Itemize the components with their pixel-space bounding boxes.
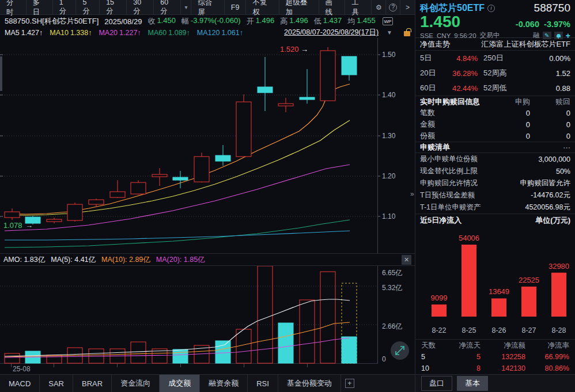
lock-icon[interactable]: [404, 31, 410, 36]
rt-redeem-value: 0: [530, 120, 570, 129]
indicator-tab-基金份额变动[interactable]: 基金份额变动: [278, 375, 341, 392]
flow-bar-8-28: [551, 273, 566, 317]
ma-item-MA5: MA51.427↑: [5, 29, 43, 37]
candlestick-chart[interactable]: 1.501.401.301.201.101.078→1.520→: [0, 38, 415, 253]
tab-period-30分[interactable]: 30分: [127, 0, 154, 14]
price-change: -0.060 -3.97%: [516, 20, 570, 29]
indicator-tab-SAR[interactable]: SAR: [40, 375, 73, 392]
volume-indicator-header: AMO: 1.83亿MA(5): 4.41亿MA(10): 2.89亿MA(20…: [0, 253, 415, 266]
more-ellipsis-icon[interactable]: ⋯: [563, 143, 570, 152]
top-toolbar: 分时多日1分5分15分30分60分 ▾ 综合屏F9不复权超级叠加画线工具 ⚙ ?…: [0, 0, 415, 15]
field-value: 1.496: [256, 16, 275, 26]
svg-text:54006: 54006: [459, 234, 479, 242]
ma-item-MA60: MA601.089↑: [148, 29, 190, 37]
tab-F9[interactable]: F9: [225, 0, 247, 14]
indicator-tab-资金流向[interactable]: 资金流向: [112, 375, 160, 392]
svg-text:32980: 32980: [548, 262, 569, 271]
tab-period-1分[interactable]: 1分: [53, 0, 77, 14]
svg-text:8-28: 8-28: [551, 326, 566, 334]
subscription-row: 最小申赎单位份额3,000,000: [415, 153, 575, 165]
flow-cell: 66.99%: [525, 353, 569, 361]
toolbar-more-icon[interactable]: >: [400, 0, 415, 14]
flow-table-row: 5513225866.99%: [415, 351, 575, 363]
indicator-tab-成交额[interactable]: 成交额: [160, 375, 200, 392]
realtime-row: 笔数00: [415, 107, 575, 119]
tab-period-分时[interactable]: 分时: [0, 0, 27, 14]
info-circle-icon[interactable]: i: [487, 5, 495, 12]
panel-tab-基本[interactable]: 基本: [457, 376, 488, 391]
add-indicator-button[interactable]: +: [341, 375, 358, 392]
nav-row-value: 4.84%: [440, 54, 483, 63]
quote-time: 9:56:20: [454, 32, 476, 39]
panel-tab-bar: 盘口基本: [415, 374, 575, 392]
nav-row-label: 5日: [420, 53, 440, 63]
flow-cell: 10: [421, 364, 453, 372]
date-range-caret-icon[interactable]: ▼: [387, 29, 392, 36]
expand-chart-icon[interactable]: [391, 341, 409, 360]
flow-col-header: 净流率: [525, 341, 569, 351]
flow-cell: 142130: [481, 364, 525, 372]
help-icon[interactable]: ?: [386, 0, 400, 14]
field-label: 低: [314, 16, 321, 26]
chart-x-axis: 25-08: [0, 364, 415, 374]
svg-text:1.078: 1.078: [3, 221, 22, 230]
tab-综合屏[interactable]: 综合屏: [191, 0, 224, 14]
ma-value: 1.427↑: [21, 29, 43, 37]
tab-画线[interactable]: 画线: [319, 0, 346, 14]
panel-collapse-handle[interactable]: »: [410, 190, 414, 198]
realtime-rows: 笔数00金额00份额00: [415, 107, 575, 142]
x-tick: [244, 364, 244, 367]
tab-超级叠加[interactable]: 超级叠加: [279, 0, 319, 14]
volume-chart[interactable]: 6.65亿5.32亿2.66亿0: [0, 266, 415, 364]
kv-label: 现金替代比例上限: [420, 166, 478, 176]
subscription-title: 申赎清单: [420, 142, 450, 153]
rt-subscribe-value: 0: [490, 109, 530, 117]
period-more-caret-icon[interactable]: ▾: [181, 0, 191, 14]
currency-label: CNY: [437, 32, 451, 39]
tab-不复权[interactable]: 不复权: [246, 0, 279, 14]
flow-cell: 132258: [481, 353, 525, 361]
close-indicator-icon[interactable]: ✕: [402, 255, 411, 265]
quote-field-均: 均1.455: [347, 16, 376, 26]
settings-gear-icon[interactable]: ⚙: [372, 0, 386, 14]
wp-badge-icon[interactable]: WP: [383, 17, 393, 25]
field-value: 1.496: [289, 16, 308, 26]
svg-text:6.65亿: 6.65亿: [382, 269, 402, 277]
fund-name: 汇添富上证科创板芯片ETF: [481, 39, 570, 50]
indicator-tab-融资余额[interactable]: 融资余额: [200, 375, 248, 392]
quote-header: 科创芯片50ETF i 588750 1.450 -0.060 -3.97% S…: [415, 0, 575, 38]
tab-period-5分[interactable]: 5分: [76, 0, 100, 14]
nav-row: 20日36.28%52周高1.52: [415, 66, 575, 81]
amo-segment: AMO: 1.83亿: [3, 255, 45, 265]
ma-value: 1.089↑: [168, 29, 190, 37]
indicator-tab-MACD[interactable]: MACD: [0, 375, 40, 392]
quote-field-幅: 幅-3.97%(-0.060): [181, 16, 241, 26]
edit-pencil-icon[interactable]: ✎: [543, 32, 551, 39]
rt-label: 份额: [420, 131, 490, 141]
plus-glyph: +: [345, 379, 354, 388]
tab-工具[interactable]: 工具: [345, 0, 372, 14]
tab-period-60分[interactable]: 60分: [154, 0, 181, 14]
field-value: -3.97%(-0.060): [191, 16, 241, 26]
indicator-tab-BRAR[interactable]: BRAR: [73, 375, 112, 392]
quote-side-panel: » 科创芯片50ETF i 588750 1.450 -0.060 -3.97%…: [415, 0, 575, 392]
field-value: 1.450: [157, 16, 176, 26]
alert-bell-icon[interactable]: [554, 32, 563, 39]
panel-tab-盘口[interactable]: 盘口: [421, 376, 452, 391]
change-percent: -3.97%: [544, 20, 570, 29]
nav-row-value2: 1.52: [519, 69, 570, 78]
change-value: -0.060: [516, 20, 539, 29]
flow-bar-8-26: [491, 298, 506, 317]
svg-text:8-26: 8-26: [491, 326, 506, 334]
amo-segment: MA(20): 1.85亿: [156, 255, 205, 265]
x-tick: [117, 364, 118, 367]
tab-period-15分[interactable]: 15分: [100, 0, 127, 14]
date-range-selector[interactable]: 2025/08/07-2025/08/29(17日): [284, 28, 379, 37]
subscription-row: 现金替代比例上限50%: [415, 165, 575, 177]
flow-col-header: 净流额: [481, 341, 525, 351]
ma-item-MA20: MA201.227↑: [99, 29, 141, 37]
kv-label: T-1日单位申赎资产: [420, 203, 481, 212]
nav-performance-rows: 5日4.84%250日0.00%20日36.28%52周高1.5260日42.4…: [415, 51, 575, 96]
tab-period-多日[interactable]: 多日: [27, 0, 53, 14]
indicator-tab-RSI[interactable]: RSI: [248, 375, 278, 392]
